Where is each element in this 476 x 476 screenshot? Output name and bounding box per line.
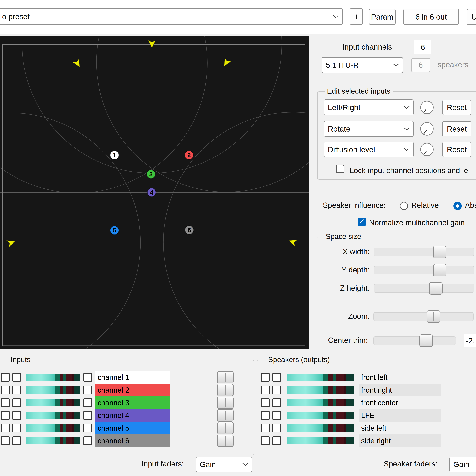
input-mute-checkbox[interactable] [12,424,21,432]
input-dot-number-6: 6 [188,227,191,234]
x-width-slider-handle[interactable] [433,246,446,258]
output-mute-checkbox[interactable] [272,373,281,382]
output-mute-checkbox[interactable] [272,411,281,420]
input-channel-rows: channel 1channel 2channel 3channel 4chan… [0,371,254,447]
influence-absolute-radio[interactable] [454,202,462,210]
input-select-checkbox[interactable] [1,398,10,407]
output-level-meter [287,412,354,419]
input-select-checkbox[interactable] [1,373,10,382]
output-speaker-label: LFE [359,409,442,422]
input-gain-fader-handle[interactable] [217,396,234,409]
input-select-checkbox[interactable] [1,411,10,420]
output-select-checkbox[interactable] [261,424,270,432]
input-channel-label: channel 4 [95,409,170,422]
output-speaker-label: front right [359,384,442,396]
output-select-checkbox[interactable] [261,398,270,407]
preset-dropdown[interactable]: o preset [0,8,343,25]
x-width-label: X width: [320,247,370,256]
output-mute-checkbox[interactable] [272,398,281,407]
input-gain-fader-handle[interactable] [217,409,234,422]
center-trim-slider[interactable] [373,336,456,345]
center-trim-slider-handle[interactable] [419,335,433,347]
left-right-reset-button[interactable]: Reset [442,100,471,115]
rotate-dropdown[interactable]: Rotate [324,121,414,137]
zoom-label: Zoom: [320,312,370,321]
output-select-checkbox[interactable] [261,373,270,382]
input-gain-fader-handle[interactable] [217,422,234,434]
speaker-layout-dropdown[interactable]: 5.1 ITU-R [322,57,403,73]
input-channel-row: channel 6 [0,434,254,447]
diffusion-level-dropdown[interactable]: Diffusion level [324,141,414,157]
diffusion-level-reset-button[interactable]: Reset [442,142,471,157]
input-solo-checkbox[interactable] [84,373,92,382]
input-channel-row: channel 4 [0,409,254,422]
param-button[interactable]: Param [369,9,395,25]
influence-relative-radio[interactable] [400,202,408,210]
z-height-slider[interactable] [374,284,474,293]
output-select-checkbox[interactable] [261,437,270,445]
input-gain-fader-handle[interactable] [217,384,234,396]
input-gain-fader-handle[interactable] [217,371,234,384]
surround-panner-window: o preset + Param 6 in 6 out U 123456 Inp… [0,0,476,476]
z-height-slider-handle[interactable] [429,282,442,295]
output-mute-checkbox[interactable] [272,437,281,445]
normalize-gain-checkbox[interactable] [358,218,366,226]
input-solo-checkbox[interactable] [84,386,92,394]
input-select-checkbox[interactable] [1,437,10,445]
input-solo-checkbox[interactable] [84,411,92,420]
panner-canvas[interactable]: 123456 [0,36,309,349]
ui-button[interactable]: U [467,9,476,25]
left-right-knob[interactable] [420,101,434,114]
output-select-checkbox[interactable] [261,411,270,420]
z-height-label: Z height: [320,284,370,292]
center-trim-value-field[interactable]: -2. [464,334,476,347]
lock-positions-checkbox[interactable] [336,165,344,173]
normalize-gain-label: Normalize multichannel gain [369,218,465,227]
input-gain-fader-handle[interactable] [217,435,234,447]
input-mute-checkbox[interactable] [12,386,21,394]
input-faders-dropdown[interactable]: Gain [196,457,252,472]
output-mute-checkbox[interactable] [272,424,281,432]
input-select-checkbox[interactable] [1,386,10,394]
rotate-dropdown-value: Rotate [328,125,350,133]
speaker-count-field: 6 [411,58,430,72]
inputs-group-legend: Inputs [8,355,33,364]
input-solo-checkbox[interactable] [84,398,92,407]
rotate-reset-button[interactable]: Reset [442,121,471,136]
fx-topbar: o preset + Param 6 in 6 out U [0,0,476,34]
diffusion-level-knob[interactable] [420,143,434,156]
output-speaker-label: side left [359,422,442,434]
input-solo-checkbox[interactable] [84,424,92,432]
input-channels-value-field[interactable]: 6 [414,40,431,54]
output-mute-checkbox[interactable] [272,386,281,394]
io-routing-button[interactable]: 6 in 6 out [403,9,459,25]
rotate-knob[interactable] [420,122,434,136]
input-dot-number-1: 1 [113,152,116,158]
input-solo-checkbox[interactable] [84,437,92,445]
input-mute-checkbox[interactable] [12,437,21,445]
output-speaker-label: front center [359,396,442,409]
output-speaker-row: LFE [256,409,476,422]
y-depth-slider-handle[interactable] [433,264,446,276]
output-speaker-label: side right [359,434,442,447]
output-level-meter [287,374,354,381]
output-speaker-row: side right [256,434,476,447]
left-right-dropdown[interactable]: Left/Right [324,100,414,115]
input-channel-row: channel 2 [0,384,254,396]
space-size-legend: Space size [323,232,363,241]
chevron-down-icon [393,63,399,67]
speaker-faders-dropdown[interactable]: Gain [449,457,476,472]
surround-panner-field[interactable]: 123456 [0,36,309,349]
speaker-layout-value: 5.1 ITU-R [326,61,359,69]
output-select-checkbox[interactable] [261,386,270,394]
input-mute-checkbox[interactable] [12,411,21,420]
y-depth-slider[interactable] [374,266,474,274]
x-width-slider[interactable] [374,248,474,256]
preset-add-button[interactable]: + [350,8,363,25]
zoom-slider[interactable] [373,312,474,321]
input-select-checkbox[interactable] [1,424,10,432]
input-mute-checkbox[interactable] [12,373,21,382]
zoom-slider-handle[interactable] [427,310,440,323]
chevron-down-icon [404,127,410,131]
input-mute-checkbox[interactable] [12,398,21,407]
